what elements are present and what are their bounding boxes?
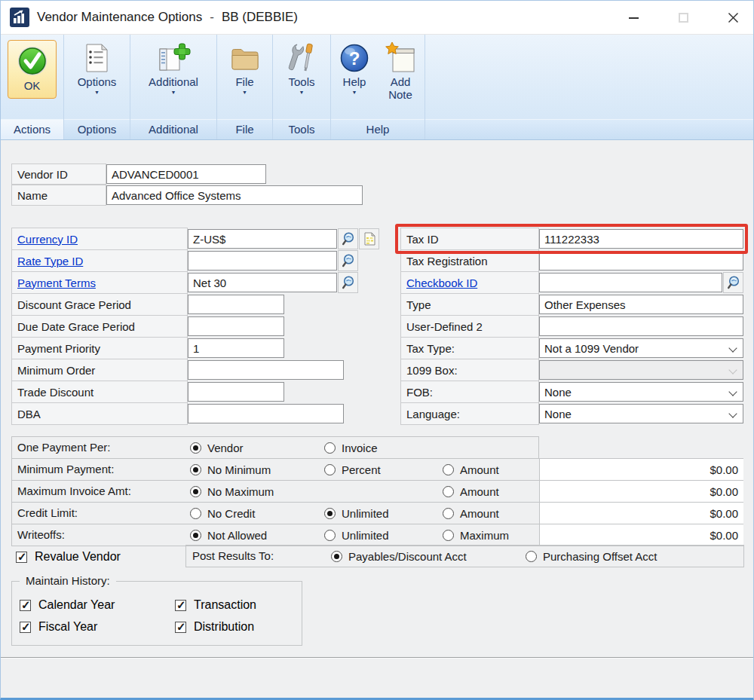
transaction-checkbox[interactable] (175, 600, 186, 611)
close-icon (728, 12, 739, 23)
writeoffs-amount-field[interactable]: $0.00 (539, 524, 743, 546)
checkbook-id-input[interactable] (539, 273, 722, 292)
language-dropdown[interactable]: None (539, 404, 743, 423)
trade-discount-input[interactable] (188, 382, 284, 402)
tools-button[interactable]: Tools ▼ (280, 37, 323, 96)
radio-unlimited-credit[interactable] (324, 508, 336, 519)
user-defined-2-label: User-Defined 2 (406, 320, 483, 333)
radio-no-minimum[interactable] (190, 464, 201, 475)
radio-purchasing-offset-acct[interactable] (526, 551, 537, 562)
tools-button-label: Tools (288, 75, 314, 88)
tax-type-dropdown[interactable]: Not a 1099 Vendor (539, 338, 743, 358)
language-row: Language: None (400, 402, 744, 425)
file-button[interactable]: File ▼ (223, 37, 267, 96)
radio-percent[interactable] (324, 464, 336, 475)
radio-purchasing-offset-acct-label: Purchasing Offset Acct (543, 550, 657, 563)
folder-icon (229, 41, 261, 75)
checkbook-id-lookup-button[interactable] (723, 272, 743, 293)
credit-limit-label: Credit Limit: (17, 503, 78, 524)
help-button[interactable]: ? Help ▼ (333, 37, 376, 96)
radio-no-credit[interactable] (190, 508, 201, 519)
user-defined-2-input[interactable] (539, 316, 743, 336)
ok-button[interactable]: OK (8, 40, 57, 99)
ribbon-group-label-help: Help (331, 119, 425, 139)
dba-label: DBA (17, 408, 41, 420)
ribbon-group-additional: Additional ▼ Additional (130, 35, 217, 139)
fob-dropdown[interactable]: None (539, 382, 743, 402)
minimum-order-input[interactable] (188, 360, 344, 380)
radio-maximum-amount[interactable] (443, 486, 454, 497)
payment-terms-row: Payment Terms Net 30 (11, 271, 384, 294)
currency-id-lookup-button[interactable] (338, 228, 358, 249)
tax-registration-input[interactable] (539, 251, 743, 271)
currency-id-link[interactable]: Currency ID (17, 233, 78, 246)
minimum-order-row: Minimum Order (11, 359, 384, 381)
green-check-icon (16, 44, 49, 78)
minimize-button[interactable] (624, 8, 643, 28)
discount-grace-period-input[interactable] (188, 295, 284, 314)
radio-percent-label: Percent (342, 463, 381, 476)
minimum-payment-amount-field[interactable]: $0.00 (539, 459, 743, 480)
rate-type-id-link[interactable]: Rate Type ID (17, 255, 83, 267)
radio-no-maximum[interactable] (190, 486, 201, 497)
currency-id-note-button[interactable] (359, 228, 379, 249)
radio-credit-amount[interactable] (443, 508, 454, 519)
language-label: Language: (406, 408, 460, 420)
file-button-label: File (235, 75, 253, 88)
radio-maximum-writeoffs[interactable] (443, 530, 454, 541)
add-note-button[interactable]: Add Note (378, 37, 423, 102)
options-button[interactable]: Options ▼ (72, 37, 123, 96)
additional-button-label: Additional (149, 75, 198, 88)
vendor-id-input[interactable]: ADVANCED0001 (106, 164, 266, 184)
tax-id-input[interactable]: 111222333 (539, 229, 743, 249)
options-button-label: Options (78, 75, 117, 88)
vendor-name-input[interactable]: Advanced Office Systems (106, 185, 363, 205)
ribbon-filler (425, 35, 753, 139)
maximum-invoice-amount-field[interactable]: $0.00 (539, 481, 743, 502)
type-value[interactable]: Other Expenses (539, 295, 743, 314)
window-context: BB (DEBBIE) (222, 10, 298, 25)
payment-terms-input[interactable]: Net 30 (188, 273, 337, 292)
rate-type-id-input[interactable] (188, 251, 337, 271)
due-date-grace-period-input[interactable] (188, 316, 284, 336)
credit-limit-amount-field[interactable]: $0.00 (539, 503, 743, 524)
ribbon-group-tools: Tools ▼ Tools (273, 35, 331, 139)
title-separator: - (210, 10, 214, 25)
payment-terms-lookup-button[interactable] (338, 272, 358, 293)
radio-payables-discount-acct[interactable] (331, 551, 342, 562)
maintain-history-group: Maintain History: Calendar Year Transact… (11, 581, 302, 646)
ribbon-group-label-options: Options (64, 119, 130, 139)
ribbon-toolbar: OK Actions (1, 35, 753, 140)
payment-terms-link[interactable]: Payment Terms (17, 277, 96, 289)
magnifier-icon (341, 231, 356, 246)
chevron-down-icon (728, 387, 737, 396)
distribution-checkbox[interactable] (175, 622, 186, 633)
close-button[interactable] (723, 8, 743, 28)
tax-id-row: Tax ID 111222333 (400, 228, 744, 250)
currency-id-input[interactable]: Z-US$ (188, 229, 337, 249)
checkbook-id-link[interactable]: Checkbook ID (406, 277, 477, 289)
vendor-id-row: Vendor ID ADVANCED0001 (11, 164, 366, 185)
radio-minimum-amount[interactable] (443, 464, 454, 475)
revalue-vendor-checkbox[interactable] (16, 552, 27, 563)
help-button-label: Help (343, 75, 366, 88)
dba-row: DBA (11, 402, 384, 425)
additional-button[interactable]: Additional ▼ (143, 37, 204, 96)
radio-vendor[interactable] (190, 442, 201, 454)
calendar-year-label: Calendar Year (38, 598, 115, 612)
fiscal-year-checkbox[interactable] (20, 622, 31, 633)
dropdown-arrow-icon: ▼ (171, 90, 176, 96)
rate-type-id-lookup-button[interactable] (338, 250, 358, 271)
chevron-down-icon (728, 409, 737, 417)
radio-not-allowed[interactable] (190, 530, 201, 541)
radio-vendor-label: Vendor (207, 442, 244, 454)
calendar-year-checkbox[interactable] (20, 600, 31, 611)
radio-invoice[interactable] (324, 442, 336, 454)
dba-input[interactable] (188, 404, 344, 423)
maximize-icon (679, 13, 688, 23)
payment-priority-input[interactable]: 1 (188, 338, 284, 358)
page-plus-icon (156, 41, 191, 75)
ribbon-group-label-additional: Additional (130, 119, 216, 139)
tax-registration-label: Tax Registration (406, 255, 488, 267)
radio-unlimited-writeoffs[interactable] (324, 530, 336, 541)
